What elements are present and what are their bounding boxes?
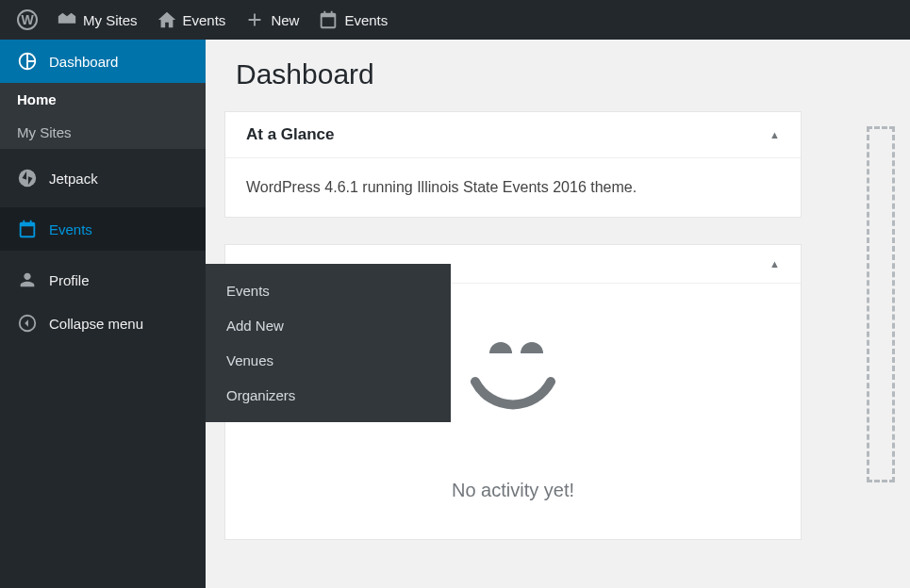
sidebar-events-label: Events	[49, 221, 92, 237]
sidebar-item-dashboard[interactable]: Dashboard	[0, 40, 206, 83]
admin-bar-my-sites-label: My Sites	[83, 12, 138, 28]
sidebar-collapse-label: Collapse menu	[49, 316, 143, 332]
sidebar-jetpack-label: Jetpack	[49, 171, 98, 187]
wp-logo[interactable]: W	[8, 0, 47, 40]
sidebar-dashboard-label: Dashboard	[49, 54, 118, 70]
no-activity-text: No activity yet!	[246, 480, 780, 501]
dashboard-icon	[17, 51, 38, 72]
collapse-up-icon: ▲	[769, 258, 780, 270]
jetpack-icon	[17, 168, 38, 188]
sidebar-dashboard-submenu: Home My Sites	[0, 83, 206, 149]
sidebar-item-jetpack[interactable]: Jetpack	[0, 156, 206, 200]
admin-bar-events-label: Events	[344, 12, 388, 28]
glance-panel-header[interactable]: At a Glance ▲	[225, 112, 801, 158]
events-submenu: Events Add New Venues Organizers	[206, 264, 451, 422]
sidebar-profile-label: Profile	[49, 272, 90, 288]
collapse-up-icon: ▲	[769, 129, 780, 140]
sidebar: Dashboard Home My Sites Jetpack Events P…	[0, 40, 206, 588]
admin-bar-site-label: Events	[183, 12, 226, 28]
wordpress-icon: W	[17, 9, 38, 30]
submenu-item-venues[interactable]: Venues	[206, 343, 451, 378]
submenu-item-addnew[interactable]: Add New	[206, 308, 451, 343]
home-icon	[157, 9, 177, 30]
sidebar-item-events[interactable]: Events	[0, 207, 206, 251]
submenu-item-organizers[interactable]: Organizers	[206, 378, 451, 413]
plus-icon	[244, 9, 265, 30]
admin-bar: W My Sites Events New Events	[0, 0, 910, 40]
sidebar-subitem-home[interactable]: Home	[0, 83, 206, 116]
admin-bar-new[interactable]: New	[235, 0, 308, 40]
admin-bar-new-label: New	[271, 12, 299, 28]
svg-point-0	[19, 170, 36, 187]
glance-panel-body: WordPress 4.6.1 running Illinois State E…	[225, 158, 801, 217]
smiley-icon	[447, 316, 579, 451]
admin-bar-my-sites[interactable]: My Sites	[47, 0, 147, 40]
houses-icon	[57, 9, 77, 30]
submenu-item-events[interactable]: Events	[206, 273, 451, 308]
sidebar-item-collapse[interactable]: Collapse menu	[0, 302, 206, 345]
sidebar-item-profile[interactable]: Profile	[0, 258, 206, 302]
calendar-icon	[318, 9, 339, 30]
collapse-icon	[17, 313, 38, 334]
sidebar-subitem-mysites[interactable]: My Sites	[0, 116, 206, 149]
page-title: Dashboard	[236, 58, 891, 90]
profile-icon	[17, 270, 38, 290]
glance-panel: At a Glance ▲ WordPress 4.6.1 running Il…	[224, 111, 802, 218]
admin-bar-events[interactable]: Events	[308, 0, 397, 40]
drop-placeholder	[867, 126, 895, 482]
admin-bar-site[interactable]: Events	[147, 0, 236, 40]
calendar-icon	[17, 219, 38, 239]
glance-panel-title: At a Glance	[246, 125, 335, 144]
